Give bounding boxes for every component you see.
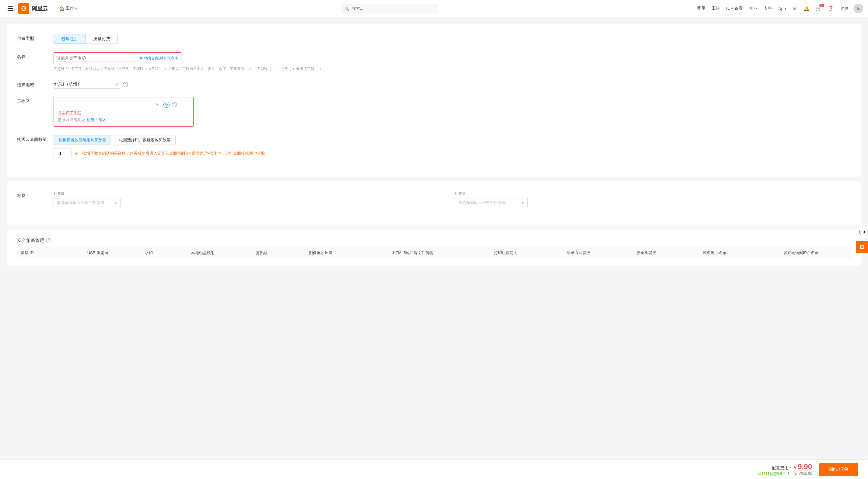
- security-table-head: 策略 ID USB 重定向 水印 本地磁盘映射 剪贴板 图像显示质量 HTML5…: [17, 247, 851, 259]
- nav-item-fee[interactable]: 费用: [697, 6, 706, 11]
- name-demo-link[interactable]: 客户端桌面列表示意图: [139, 56, 179, 61]
- purchase-by-count-button[interactable]: 根据设置数值确定购买数量: [54, 135, 112, 145]
- qr-icon: ⊞: [860, 244, 864, 250]
- purchase-label: 购买云桌面数量: [17, 135, 54, 142]
- th-clipboard: 剪贴板: [240, 247, 285, 259]
- region-chevron-icon: ∨: [115, 82, 118, 87]
- tag-key-placeholder: 请选择或输入完整的标签键: [57, 200, 104, 205]
- workspace-refresh-icon[interactable]: ↻: [163, 102, 169, 108]
- region-select-row: 华东1（杭州） ∨ ?: [54, 81, 851, 89]
- tag-val-col: 标签值 请选择或输入完整的标签值 ∨: [455, 191, 851, 207]
- nav-item-enterprise[interactable]: 企业: [749, 6, 757, 11]
- region-label: 选择地域: [17, 81, 54, 88]
- nav-item-icp[interactable]: ICP 备案: [726, 6, 743, 11]
- pay-metered-button[interactable]: 按量付费: [86, 34, 118, 44]
- purchase-count-row: 台（按输入数值确认购买台数，购买成功后进入无影云桌面控制台>桌面管理>操作内，进…: [54, 149, 851, 158]
- region-help-icon[interactable]: ?: [123, 82, 128, 87]
- mail-icon[interactable]: ✉: [791, 5, 798, 12]
- purchase-mode-buttons: 根据设置数值确定购买数量 根据选择用户数确定购买数量: [54, 135, 851, 145]
- workspace-help-icon[interactable]: ?: [172, 102, 177, 107]
- pay-type-label: 付费类型: [17, 34, 54, 41]
- region-content: 华东1（杭州） ∨ ?: [54, 81, 851, 89]
- tag-key-col: 标签键 请选择或输入完整的标签键 ∨ ：: [54, 191, 450, 207]
- th-usb: USB 重定向: [64, 247, 131, 259]
- nav-item-support[interactable]: 支持: [764, 6, 772, 11]
- security-table: 策略 ID USB 重定向 水印 本地磁盘映射 剪贴板 图像显示质量 HTML5…: [17, 247, 851, 259]
- workspace-chevron-icon: ∨: [156, 102, 159, 106]
- th-login-control: 登录方式管控: [542, 247, 615, 259]
- tag-val-subtitle: 标签值: [455, 191, 851, 196]
- security-table-header-row: 策略 ID USB 重定向 水印 本地磁盘映射 剪贴板 图像显示质量 HTML5…: [17, 247, 851, 259]
- name-hint: 不超过 64 个字符，必须以大小字母或中文开头，不能以 http:// 和 ht…: [54, 66, 851, 72]
- th-security-group: 安全组管控: [615, 247, 678, 259]
- tag-row: 标签 标签键 请选择或输入完整的标签键 ∨ ： 标: [17, 191, 851, 207]
- menu-button[interactable]: [5, 3, 16, 14]
- chat-float-button[interactable]: 💬: [856, 226, 868, 238]
- purchase-row: 购买云桌面数量 根据设置数值确定购买数量 根据选择用户数确定购买数量 台（按输入…: [17, 135, 851, 158]
- pay-type-buttons: 包年包月 按量付费: [54, 34, 851, 44]
- tag-val-chevron-icon: ∨: [522, 200, 524, 205]
- chat-icon: 💬: [859, 229, 865, 235]
- tag-key-select[interactable]: 请选择或输入完整的标签键 ∨: [54, 198, 121, 207]
- security-title-row: 安全策略管理 ?: [17, 238, 851, 244]
- security-card: 安全策略管理 ? 策略 ID USB 重定向 水印 本地磁盘映射 剪贴板 图像显…: [7, 230, 861, 266]
- workspace-label: 工作区: [17, 97, 54, 104]
- count-hint: 台（按输入数值确认购买台数，购买成功后进入无影云桌面控制台>桌面管理>操作内，进…: [74, 151, 269, 156]
- region-select-box[interactable]: 华东1（杭州） ∨: [54, 81, 121, 89]
- workspace-content: ∨ ↻ ? 请选择工作区 您可以点击此处 创建工作区: [54, 97, 851, 127]
- name-content: 客户端桌面列表示意图 不超过 64 个字符，必须以大小字母或中文开头，不能以 h…: [54, 52, 851, 72]
- header: 阿里云 🏠 工作台 🔍 费用 工单 ICP 备案 企业 支持 App ✉ 🔔 🛒…: [0, 0, 868, 17]
- cart-icon[interactable]: 🛒2: [815, 5, 823, 12]
- pay-type-row: 付费类型 包年包月 按量付费: [17, 34, 851, 44]
- th-watermark: 水印: [131, 247, 167, 259]
- region-row: 选择地域 华东1（杭州） ∨ ?: [17, 81, 851, 89]
- tag-inputs-row: 标签键 请选择或输入完整的标签键 ∨ ： 标签值 请选择或输入完整的标签值: [54, 191, 851, 207]
- th-policy-id: 策略 ID: [17, 247, 64, 259]
- cart-badge: 2: [819, 4, 824, 7]
- workspace-hint: 您可以点击此处 创建工作区: [58, 117, 190, 123]
- qr-float-button[interactable]: ⊞: [856, 241, 868, 253]
- workbench-nav[interactable]: 🏠 工作台: [55, 4, 82, 13]
- name-label: 名称: [17, 52, 54, 60]
- purchase-content: 根据设置数值确定购买数量 根据选择用户数确定购买数量 台（按输入数值确认购买台数…: [54, 135, 851, 158]
- tag-key-select-row: 请选择或输入完整的标签键 ∨ ：: [54, 198, 450, 207]
- security-table-wrap: 策略 ID USB 重定向 水印 本地磁盘映射 剪贴板 图像显示质量 HTML5…: [17, 247, 851, 259]
- name-input[interactable]: [56, 55, 137, 61]
- count-input[interactable]: [54, 149, 72, 158]
- logo[interactable]: 阿里云: [18, 3, 48, 14]
- bell-icon[interactable]: 🔔: [803, 5, 810, 12]
- workspace-create-link[interactable]: 创建工作区: [87, 118, 106, 122]
- workspace-error: 请选择工作区: [58, 110, 190, 116]
- th-ip-whitelist: 客户端访问IP白名单: [751, 247, 851, 259]
- name-box: 客户端桌面列表示意图: [54, 52, 181, 64]
- purchase-by-user-button[interactable]: 根据选择用户数确定购买数量: [114, 135, 176, 145]
- security-help-icon[interactable]: ?: [46, 238, 51, 243]
- search-wrap: 🔍: [341, 4, 438, 13]
- th-printer: 打印机重定向: [469, 247, 542, 259]
- search-input[interactable]: [341, 4, 438, 13]
- tag-content: 标签键 请选择或输入完整的标签键 ∨ ： 标签值 请选择或输入完整的标签值: [54, 191, 851, 207]
- workspace-select-row: ∨ ↻ ?: [58, 101, 190, 108]
- workbench-label: 工作台: [65, 6, 78, 11]
- pay-annual-button[interactable]: 包年包月: [54, 34, 86, 44]
- logo-text: 阿里云: [32, 5, 48, 12]
- th-html5-transfer: HTML5客户端文件传输: [357, 247, 469, 259]
- help-icon[interactable]: ❓: [827, 5, 835, 12]
- logo-icon: [18, 3, 29, 14]
- user-avatar[interactable]: Ie: [854, 4, 863, 13]
- workspace-box: ∨ ↻ ? 请选择工作区 您可以点击此处 创建工作区: [54, 97, 193, 127]
- pay-type-content: 包年包月 按量付费: [54, 34, 851, 44]
- search-area: 🔍: [82, 4, 697, 13]
- main-content: 付费类型 包年包月 按量付费 名称 客户端桌面列表示意图 不超过 64 个字符，…: [0, 17, 868, 295]
- main-nav: 费用 工单 ICP 备案 企业 支持 App: [697, 6, 786, 11]
- nav-item-app[interactable]: App: [778, 6, 786, 11]
- tag-val-placeholder: 请选择或输入完整的标签值: [458, 200, 505, 205]
- tag-val-select[interactable]: 请选择或输入完整的标签值 ∨: [455, 198, 528, 207]
- workspace-select-box[interactable]: ∨: [58, 101, 161, 108]
- lang-button[interactable]: 简体: [841, 6, 848, 11]
- name-input-row: 客户端桌面列表示意图: [56, 55, 179, 61]
- nav-item-ticket[interactable]: 工单: [712, 6, 720, 11]
- tag-key-chevron-icon: ∨: [115, 200, 117, 205]
- security-title: 安全策略管理: [17, 238, 44, 244]
- name-row: 名称 客户端桌面列表示意图 不超过 64 个字符，必须以大小字母或中文开头，不能…: [17, 52, 851, 72]
